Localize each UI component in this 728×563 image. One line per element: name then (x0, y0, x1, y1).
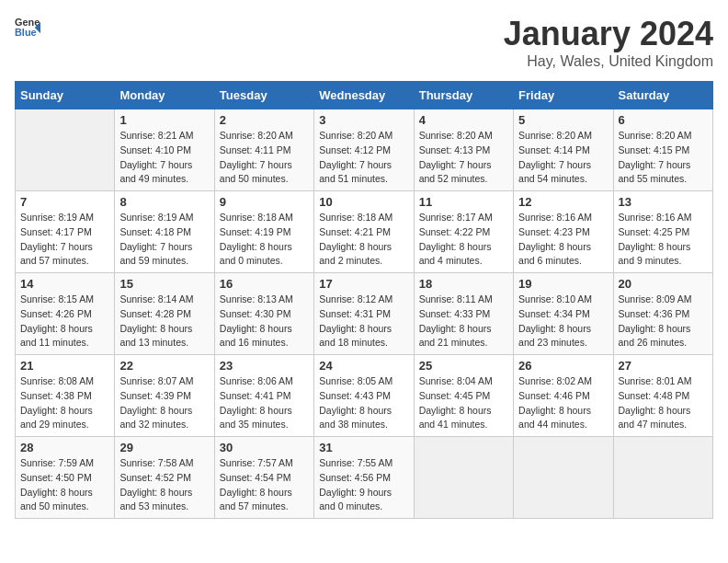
day-cell: 19Sunrise: 8:10 AMSunset: 4:34 PMDayligh… (514, 273, 613, 355)
day-cell: 6Sunrise: 8:20 AMSunset: 4:15 PMDaylight… (613, 109, 712, 191)
calendar-table: SundayMondayTuesdayWednesdayThursdayFrid… (15, 81, 713, 519)
day-info: Sunrise: 8:08 AMSunset: 4:38 PMDaylight:… (20, 374, 109, 432)
day-info: Sunrise: 8:18 AMSunset: 4:19 PMDaylight:… (220, 211, 309, 269)
day-info: Sunrise: 8:06 AMSunset: 4:41 PMDaylight:… (220, 374, 309, 432)
day-info: Sunrise: 8:07 AMSunset: 4:39 PMDaylight:… (119, 374, 209, 432)
day-info: Sunrise: 7:55 AMSunset: 4:56 PMDaylight:… (319, 456, 408, 514)
day-info: Sunrise: 8:09 AMSunset: 4:36 PMDaylight:… (619, 293, 708, 350)
day-cell: 29Sunrise: 7:58 AMSunset: 4:52 PMDayligh… (115, 437, 214, 519)
day-cell: 18Sunrise: 8:11 AMSunset: 4:33 PMDayligh… (414, 273, 513, 355)
day-cell: 31Sunrise: 7:55 AMSunset: 4:56 PMDayligh… (314, 437, 414, 519)
day-cell: 24Sunrise: 8:05 AMSunset: 4:43 PMDayligh… (314, 355, 414, 437)
day-number: 16 (220, 277, 309, 291)
day-number: 2 (220, 113, 309, 127)
day-cell: 10Sunrise: 8:18 AMSunset: 4:21 PMDayligh… (314, 191, 414, 273)
day-number: 8 (119, 195, 209, 209)
day-number: 28 (20, 441, 109, 454)
day-cell: 2Sunrise: 8:20 AMSunset: 4:11 PMDaylight… (214, 109, 313, 191)
day-info: Sunrise: 8:15 AMSunset: 4:26 PMDaylight:… (20, 293, 109, 350)
col-header-monday: Monday (115, 82, 214, 109)
location: Hay, Wales, United Kingdom (504, 53, 713, 70)
day-info: Sunrise: 8:17 AMSunset: 4:22 PMDaylight:… (419, 211, 508, 269)
day-number: 9 (220, 195, 309, 209)
day-cell (613, 437, 712, 519)
day-info: Sunrise: 8:19 AMSunset: 4:17 PMDaylight:… (20, 211, 109, 269)
day-cell: 9Sunrise: 8:18 AMSunset: 4:19 PMDaylight… (214, 191, 313, 273)
day-number: 11 (419, 195, 508, 209)
day-cell (514, 437, 613, 519)
day-number: 27 (619, 359, 708, 373)
day-number: 15 (119, 277, 209, 291)
day-cell: 20Sunrise: 8:09 AMSunset: 4:36 PMDayligh… (613, 273, 712, 355)
day-number: 1 (119, 113, 209, 127)
month-title: January 2024 (504, 15, 713, 53)
day-cell: 16Sunrise: 8:13 AMSunset: 4:30 PMDayligh… (214, 273, 313, 355)
header-row: SundayMondayTuesdayWednesdayThursdayFrid… (16, 82, 713, 109)
week-row-2: 7Sunrise: 8:19 AMSunset: 4:17 PMDaylight… (16, 191, 713, 273)
day-info: Sunrise: 8:20 AMSunset: 4:13 PMDaylight:… (419, 129, 508, 187)
title-area: January 2024 Hay, Wales, United Kingdom (504, 15, 713, 70)
day-info: Sunrise: 8:20 AMSunset: 4:14 PMDaylight:… (518, 129, 608, 187)
col-header-wednesday: Wednesday (314, 82, 414, 109)
day-cell: 23Sunrise: 8:06 AMSunset: 4:41 PMDayligh… (214, 355, 313, 437)
day-cell: 12Sunrise: 8:16 AMSunset: 4:23 PMDayligh… (514, 191, 613, 273)
day-number: 10 (319, 195, 408, 209)
col-header-tuesday: Tuesday (214, 82, 313, 109)
day-number: 24 (319, 359, 408, 373)
day-cell: 13Sunrise: 8:16 AMSunset: 4:25 PMDayligh… (613, 191, 712, 273)
col-header-friday: Friday (514, 82, 613, 109)
page-header: General Blue January 2024 Hay, Wales, Un… (15, 15, 713, 70)
day-cell: 15Sunrise: 8:14 AMSunset: 4:28 PMDayligh… (115, 273, 214, 355)
day-info: Sunrise: 8:11 AMSunset: 4:33 PMDaylight:… (419, 293, 508, 350)
day-info: Sunrise: 8:19 AMSunset: 4:18 PMDaylight:… (119, 211, 209, 269)
col-header-sunday: Sunday (16, 82, 115, 109)
day-info: Sunrise: 7:57 AMSunset: 4:54 PMDaylight:… (220, 456, 309, 514)
day-info: Sunrise: 8:20 AMSunset: 4:12 PMDaylight:… (319, 129, 408, 187)
day-cell: 14Sunrise: 8:15 AMSunset: 4:26 PMDayligh… (16, 273, 115, 355)
day-number: 6 (619, 113, 708, 127)
day-info: Sunrise: 8:05 AMSunset: 4:43 PMDaylight:… (319, 374, 408, 432)
week-row-4: 21Sunrise: 8:08 AMSunset: 4:38 PMDayligh… (16, 355, 713, 437)
week-row-3: 14Sunrise: 8:15 AMSunset: 4:26 PMDayligh… (16, 273, 713, 355)
day-info: Sunrise: 8:01 AMSunset: 4:48 PMDaylight:… (619, 374, 708, 432)
day-number: 31 (319, 441, 408, 454)
day-cell: 4Sunrise: 8:20 AMSunset: 4:13 PMDaylight… (414, 109, 513, 191)
day-number: 21 (20, 359, 109, 373)
col-header-saturday: Saturday (613, 82, 712, 109)
day-cell: 17Sunrise: 8:12 AMSunset: 4:31 PMDayligh… (314, 273, 414, 355)
day-number: 25 (419, 359, 508, 373)
day-number: 30 (220, 441, 309, 454)
day-cell: 28Sunrise: 7:59 AMSunset: 4:50 PMDayligh… (16, 437, 115, 519)
logo-icon: General Blue (15, 15, 40, 40)
day-number: 26 (518, 359, 608, 373)
day-number: 3 (319, 113, 408, 127)
day-number: 13 (619, 195, 708, 209)
logo: General Blue (15, 15, 40, 40)
day-number: 23 (220, 359, 309, 373)
day-cell: 25Sunrise: 8:04 AMSunset: 4:45 PMDayligh… (414, 355, 513, 437)
day-info: Sunrise: 8:04 AMSunset: 4:45 PMDaylight:… (419, 374, 508, 432)
day-info: Sunrise: 7:58 AMSunset: 4:52 PMDaylight:… (119, 456, 209, 514)
day-cell: 7Sunrise: 8:19 AMSunset: 4:17 PMDaylight… (16, 191, 115, 273)
day-cell: 3Sunrise: 8:20 AMSunset: 4:12 PMDaylight… (314, 109, 414, 191)
day-cell: 5Sunrise: 8:20 AMSunset: 4:14 PMDaylight… (514, 109, 613, 191)
day-cell: 22Sunrise: 8:07 AMSunset: 4:39 PMDayligh… (115, 355, 214, 437)
day-cell: 30Sunrise: 7:57 AMSunset: 4:54 PMDayligh… (214, 437, 313, 519)
svg-text:Blue: Blue (15, 27, 37, 38)
day-info: Sunrise: 8:10 AMSunset: 4:34 PMDaylight:… (518, 293, 608, 350)
day-cell: 26Sunrise: 8:02 AMSunset: 4:46 PMDayligh… (514, 355, 613, 437)
day-number: 18 (419, 277, 508, 291)
day-cell (16, 109, 115, 191)
day-number: 29 (119, 441, 209, 454)
week-row-5: 28Sunrise: 7:59 AMSunset: 4:50 PMDayligh… (16, 437, 713, 519)
day-info: Sunrise: 8:14 AMSunset: 4:28 PMDaylight:… (119, 293, 209, 350)
day-info: Sunrise: 8:12 AMSunset: 4:31 PMDaylight:… (319, 293, 408, 350)
day-info: Sunrise: 8:18 AMSunset: 4:21 PMDaylight:… (319, 211, 408, 269)
day-number: 5 (518, 113, 608, 127)
day-cell: 8Sunrise: 8:19 AMSunset: 4:18 PMDaylight… (115, 191, 214, 273)
day-cell: 27Sunrise: 8:01 AMSunset: 4:48 PMDayligh… (613, 355, 712, 437)
day-cell: 21Sunrise: 8:08 AMSunset: 4:38 PMDayligh… (16, 355, 115, 437)
day-number: 7 (20, 195, 109, 209)
day-number: 20 (619, 277, 708, 291)
day-info: Sunrise: 8:13 AMSunset: 4:30 PMDaylight:… (220, 293, 309, 350)
